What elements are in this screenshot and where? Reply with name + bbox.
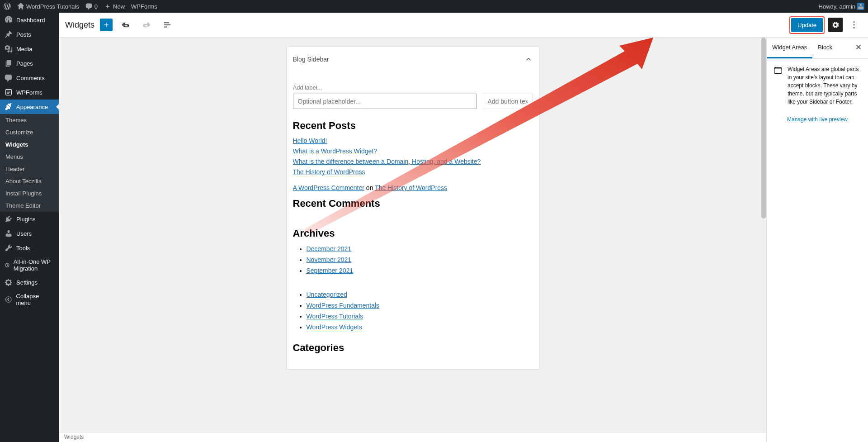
scrollbar[interactable] xyxy=(761,38,766,442)
tab-block[interactable]: Block xyxy=(812,38,838,58)
update-highlight: Update xyxy=(789,16,825,34)
brush-icon xyxy=(5,103,13,111)
migration-icon xyxy=(5,261,10,269)
recent-post-link[interactable]: The History of WordPress xyxy=(293,167,533,177)
button-text-input[interactable] xyxy=(483,94,533,109)
chevron-up-icon xyxy=(524,55,533,63)
update-button[interactable]: Update xyxy=(791,18,823,32)
comment-on-text: on xyxy=(364,184,375,191)
settings-panel: Widget Areas Block Widget Areas are glob… xyxy=(766,38,868,442)
tools-icon xyxy=(5,244,13,252)
panel-description: Widget Areas are global parts in your si… xyxy=(788,65,862,106)
sub-header[interactable]: Header xyxy=(0,163,59,175)
editor-toolbar: Widgets Update xyxy=(59,13,868,38)
category-link[interactable]: WordPress Fundamentals xyxy=(307,302,380,309)
sidebar-label: Comments xyxy=(16,75,45,81)
site-title: WordPress Tutorials xyxy=(26,3,79,10)
gear-icon xyxy=(831,20,840,29)
sidebar-item-migration[interactable]: All-in-One WP Migration xyxy=(0,255,59,275)
sub-menus[interactable]: Menus xyxy=(0,151,59,163)
users-icon xyxy=(5,229,13,238)
sidebar-item-tools[interactable]: Tools xyxy=(0,241,59,255)
sub-install-plugins[interactable]: Install Plugins xyxy=(0,187,59,200)
comment-icon xyxy=(85,3,93,10)
appearance-submenu: Themes Customize Widgets Menus Header Ab… xyxy=(0,114,59,212)
redo-button[interactable] xyxy=(139,17,154,33)
widget-area-icon xyxy=(773,65,783,75)
recent-posts-heading: Recent Posts xyxy=(293,120,533,132)
sidebar-item-users[interactable]: Users xyxy=(0,226,59,241)
more-icon xyxy=(849,20,859,30)
sidebar-item-collapse[interactable]: Collapse menu xyxy=(0,290,59,309)
archive-link[interactable]: November 2021 xyxy=(307,256,352,263)
wpforms-link[interactable]: WPForms xyxy=(131,3,157,10)
wp-logo[interactable] xyxy=(4,3,11,10)
archive-link[interactable]: December 2021 xyxy=(307,245,352,252)
sidebar-item-appearance[interactable]: Appearance xyxy=(0,100,59,114)
archive-link[interactable]: September 2021 xyxy=(307,267,354,274)
sub-customize[interactable]: Customize xyxy=(0,126,59,138)
recent-post-link[interactable]: What is a WordPress Widget? xyxy=(293,147,533,156)
sidebar-item-comments[interactable]: Comments xyxy=(0,71,59,85)
sidebar-label: WPForms xyxy=(16,89,42,96)
wpforms-label: WPForms xyxy=(131,3,157,10)
list-icon xyxy=(162,20,172,30)
sub-about[interactable]: About Teczilla xyxy=(0,175,59,187)
tab-widget-areas[interactable]: Widget Areas xyxy=(767,38,812,58)
scrollbar-thumb[interactable] xyxy=(761,38,766,219)
sidebar-item-dashboard[interactable]: Dashboard xyxy=(0,13,59,27)
sidebar-label: Pages xyxy=(16,60,33,67)
manage-live-preview-link[interactable]: Manage with live preview xyxy=(787,116,848,123)
sidebar-item-settings[interactable]: Settings xyxy=(0,275,59,290)
widget-area-header[interactable]: Blog Sidebar xyxy=(287,47,539,71)
settings-button[interactable] xyxy=(828,18,843,32)
user-icon xyxy=(857,3,864,10)
sidebar-label: Tools xyxy=(16,245,30,252)
plugin-icon xyxy=(5,215,13,223)
dashboard-icon xyxy=(5,16,13,24)
sidebar-item-wpforms[interactable]: WPForms xyxy=(0,85,59,100)
more-options-button[interactable] xyxy=(846,17,862,33)
sidebar-item-pages[interactable]: Pages xyxy=(0,56,59,71)
howdy-link[interactable]: Howdy, admin xyxy=(819,3,864,10)
recent-post-link[interactable]: What is the difference between a Domain,… xyxy=(293,157,533,166)
category-link[interactable]: WordPress Tutorials xyxy=(307,313,363,320)
settings-icon xyxy=(5,278,13,286)
home-icon xyxy=(17,3,24,10)
new-link[interactable]: New xyxy=(104,3,125,10)
list-view-button[interactable] xyxy=(160,17,175,33)
sidebar-item-posts[interactable]: Posts xyxy=(0,27,59,42)
breadcrumb[interactable]: Widgets xyxy=(59,432,766,442)
sidebar-label: Plugins xyxy=(16,216,36,223)
site-link[interactable]: WordPress Tutorials xyxy=(17,3,79,10)
avatar xyxy=(857,3,864,10)
archives-heading: Archives xyxy=(293,228,533,239)
recent-post-link[interactable]: Hello World! xyxy=(293,136,533,146)
page-icon xyxy=(5,59,13,67)
pin-icon xyxy=(5,30,13,38)
sub-themes[interactable]: Themes xyxy=(0,114,59,126)
add-block-button[interactable] xyxy=(100,19,113,31)
sidebar-label: Media xyxy=(16,46,32,52)
svg-point-6 xyxy=(854,21,855,23)
admin-bar: WordPress Tutorials 0 New WPForms Howdy,… xyxy=(0,0,868,13)
close-panel-button[interactable] xyxy=(849,38,868,58)
comments-link[interactable]: 0 xyxy=(85,3,98,10)
placeholder-input[interactable] xyxy=(293,94,476,109)
sidebar-item-media[interactable]: Media xyxy=(0,42,59,56)
plus-icon xyxy=(104,3,111,10)
widget-area-blog-sidebar: Blog Sidebar Add label... Recent Posts H… xyxy=(286,47,539,370)
sidebar-label: Settings xyxy=(16,279,38,286)
sub-theme-editor[interactable]: Theme Editor xyxy=(0,200,59,212)
comment-author-link[interactable]: A WordPress Commenter xyxy=(293,184,364,191)
undo-button[interactable] xyxy=(118,17,133,33)
comment-post-link[interactable]: The History of WordPress xyxy=(375,184,447,191)
comments-icon xyxy=(5,74,13,82)
svg-rect-10 xyxy=(774,68,782,74)
sidebar-item-plugins[interactable]: Plugins xyxy=(0,212,59,226)
recent-comments-heading: Recent Comments xyxy=(293,198,533,209)
sub-widgets[interactable]: Widgets xyxy=(0,138,59,151)
editor-canvas: Blog Sidebar Add label... Recent Posts H… xyxy=(59,38,766,442)
category-link[interactable]: WordPress Widgets xyxy=(307,323,362,331)
category-link[interactable]: Uncategorized xyxy=(307,291,347,298)
